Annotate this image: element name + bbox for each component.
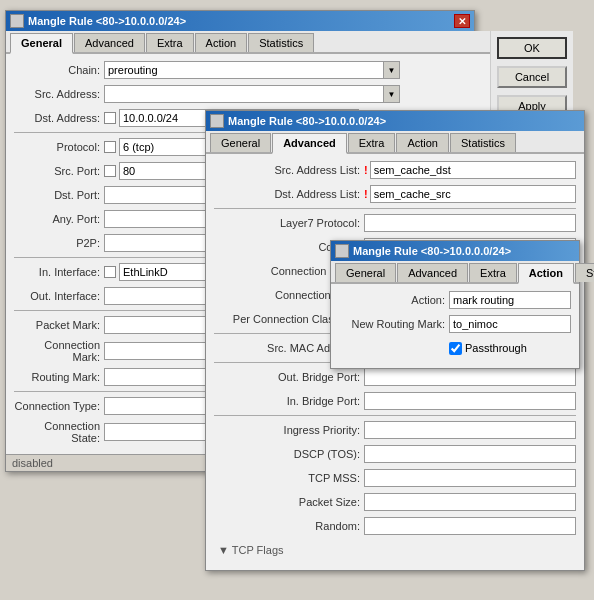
src-address-row: Src. Address: ▼ [14,84,400,104]
tab-extra-win2[interactable]: Extra [348,133,396,152]
src-port-label: Src. Port: [14,165,104,177]
chain-input[interactable] [104,61,384,79]
in-interface-label: In. Interface: [14,266,104,278]
passthrough-text: Passthrough [465,342,527,354]
window2-icon [210,114,224,128]
tcp-mss-label: TCP MSS: [214,472,364,484]
src-address-input[interactable] [104,85,384,103]
src-address-label: Src. Address: [14,88,104,100]
tcp-mss-row: TCP MSS: [214,468,576,488]
win3-titlebar[interactable]: Mangle Rule <80->10.0.0.0/24> [331,241,579,261]
random-row: Random: [214,516,576,536]
tcp-flags-header-row: ▼ TCP Flags [214,540,576,560]
any-port-label: Any. Port: [14,213,104,225]
in-bridge-input[interactable] [364,392,576,410]
tcp-mss-input[interactable] [364,469,576,487]
status-text: disabled [12,457,53,469]
p2p-label: P2P: [14,237,104,249]
src-exclamation-icon: ! [364,164,368,176]
win3-form-area: Action: New Routing Mark: Passthrough [331,284,579,368]
tab-advanced-win2[interactable]: Advanced [272,133,347,154]
dscp-input[interactable] [364,445,576,463]
chain-row: Chain: ▼ [14,60,400,80]
src-address-dropdown-btn[interactable]: ▼ [384,85,400,103]
chain-input-group: ▼ [104,61,400,79]
win2-title-icon: Mangle Rule <80->10.0.0.0/24> [210,114,386,128]
tab-general-win2[interactable]: General [210,133,271,152]
action-input[interactable] [449,291,571,309]
layer7-row: Layer7 Protocol: [214,213,576,233]
dst-address-checkbox[interactable] [104,112,116,124]
win3-title-icon: Mangle Rule <80->10.0.0.0/24> [335,244,511,258]
win1-titlebar[interactable]: Mangle Rule <80->10.0.0.0/24> ✕ [6,11,474,31]
dst-addr-list-row: Dst. Address List: ! [214,184,576,204]
ingress-row: Ingress Priority: [214,420,576,440]
ok-button[interactable]: OK [497,37,567,59]
tab-advanced-win3[interactable]: Advanced [397,263,468,282]
tab-action-win3[interactable]: Action [518,263,574,284]
src-port-checkbox[interactable] [104,165,116,177]
ingress-label: Ingress Priority: [214,424,364,436]
in-interface-checkbox[interactable] [104,266,116,278]
src-addr-list-label: Src. Address List: [214,164,364,176]
win2-title-text: Mangle Rule <80->10.0.0.0/24> [228,115,386,127]
win3-tabs: General Advanced Extra Action Statistics [331,261,579,284]
chain-label: Chain: [14,64,104,76]
out-bridge-label: Out. Bridge Port: [214,371,364,383]
dst-exclamation-icon: ! [364,188,368,200]
packet-size-label: Packet Size: [214,496,364,508]
passthrough-row: Passthrough [339,338,571,358]
tab-action-win1[interactable]: Action [195,33,248,52]
action-window: Mangle Rule <80->10.0.0.0/24> General Ad… [330,240,580,369]
layer7-input[interactable] [364,214,576,232]
win1-title-icon: Mangle Rule <80->10.0.0.0/24> [10,14,186,28]
routing-mark-label: Routing Mark: [14,371,104,383]
dst-addr-list-label: Dst. Address List: [214,188,364,200]
window-icon [10,14,24,28]
tab-general-win1[interactable]: General [10,33,73,54]
out-bridge-input[interactable] [364,368,576,386]
cancel-button[interactable]: Cancel [497,66,567,88]
win1-title-text: Mangle Rule <80->10.0.0.0/24> [28,15,186,27]
chain-dropdown-btn[interactable]: ▼ [384,61,400,79]
connection-state-label: Connection State: [14,420,104,444]
protocol-label: Protocol: [14,141,104,153]
connection-mark-label: Connection Mark: [14,339,104,363]
tab-action-win2[interactable]: Action [396,133,449,152]
src-addr-list-input[interactable] [370,161,576,179]
tab-extra-win3[interactable]: Extra [469,263,517,282]
src-address-input-group: ▼ [104,85,400,103]
new-routing-mark-input[interactable] [449,315,571,333]
window3-icon [335,244,349,258]
passthrough-checkbox[interactable] [449,342,462,355]
connection-type-label: Connection Type: [14,400,104,412]
action-label: Action: [339,294,449,306]
new-routing-mark-row: New Routing Mark: [339,314,571,334]
src-addr-list-row: Src. Address List: ! [214,160,576,180]
win3-title-text: Mangle Rule <80->10.0.0.0/24> [353,245,511,257]
out-interface-label: Out. Interface: [14,290,104,302]
in-bridge-label: In. Bridge Port: [214,395,364,407]
packet-size-row: Packet Size: [214,492,576,512]
dscp-label: DSCP (TOS): [214,448,364,460]
packet-mark-label: Packet Mark: [14,319,104,331]
tab-advanced-win1[interactable]: Advanced [74,33,145,52]
random-input[interactable] [364,517,576,535]
win2-titlebar[interactable]: Mangle Rule <80->10.0.0.0/24> [206,111,584,131]
tab-statistics-win1[interactable]: Statistics [248,33,314,52]
tab-statistics-win2[interactable]: Statistics [450,133,516,152]
ingress-input[interactable] [364,421,576,439]
action-row: Action: [339,290,571,310]
dst-addr-list-input[interactable] [370,185,576,203]
dst-address-label: Dst. Address: [14,112,104,124]
tab-extra-win1[interactable]: Extra [146,33,194,52]
tab-general-win3[interactable]: General [335,263,396,282]
in-bridge-row: In. Bridge Port: [214,391,576,411]
win1-close-button[interactable]: ✕ [454,14,470,28]
tab-statistics-win3[interactable]: Statistics [575,263,594,282]
packet-size-input[interactable] [364,493,576,511]
protocol-checkbox[interactable] [104,141,116,153]
new-routing-mark-label: New Routing Mark: [339,318,449,330]
dscp-row: DSCP (TOS): [214,444,576,464]
win1-tabs: General Advanced Extra Action Statistics [6,31,490,54]
